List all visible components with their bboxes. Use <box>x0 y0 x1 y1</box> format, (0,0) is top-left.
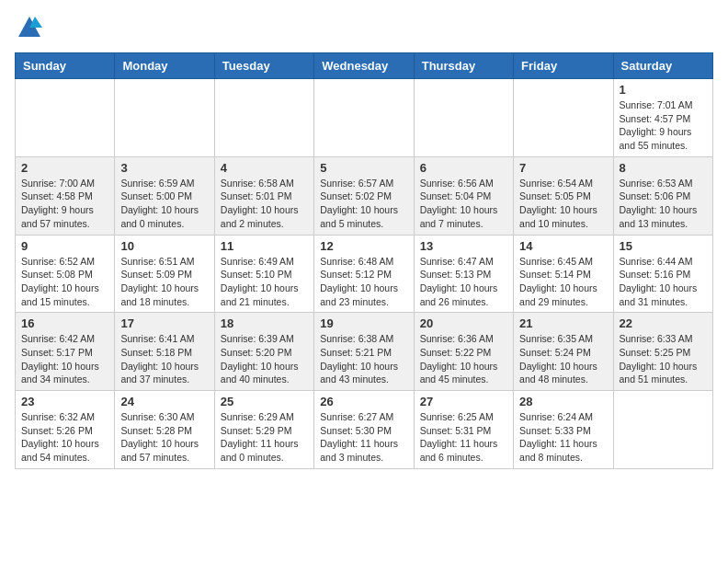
day-info: Sunrise: 6:38 AM Sunset: 5:21 PM Dayligh… <box>320 332 407 386</box>
day-number: 9 <box>21 239 108 253</box>
day-info: Sunrise: 6:32 AM Sunset: 5:26 PM Dayligh… <box>21 410 108 465</box>
day-info: Sunrise: 6:25 AM Sunset: 5:31 PM Dayligh… <box>420 410 507 465</box>
day-number: 8 <box>620 161 707 175</box>
day-info: Sunrise: 6:42 AM Sunset: 5:17 PM Dayligh… <box>21 332 108 386</box>
day-number: 17 <box>120 316 208 330</box>
day-number: 24 <box>120 395 208 408</box>
cell-w1-d1 <box>16 79 115 157</box>
cell-w5-d7 <box>613 391 712 469</box>
calendar-table: SundayMondayTuesdayWednesdayThursdayFrid… <box>15 52 713 469</box>
day-info: Sunrise: 6:47 AM Sunset: 5:13 PM Dayligh… <box>420 255 507 309</box>
cell-w5-d3: 25Sunrise: 6:29 AM Sunset: 5:29 PM Dayli… <box>214 391 313 469</box>
cell-w5-d5: 27Sunrise: 6:25 AM Sunset: 5:31 PM Dayli… <box>414 391 513 469</box>
day-number: 13 <box>420 239 507 253</box>
header-monday: Monday <box>115 53 214 79</box>
cell-w2-d5: 6Sunrise: 6:56 AM Sunset: 5:04 PM Daylig… <box>414 156 513 235</box>
cell-w1-d2 <box>115 79 214 157</box>
day-info: Sunrise: 6:58 AM Sunset: 5:01 PM Dayligh… <box>221 177 308 231</box>
cell-w4-d3: 18Sunrise: 6:39 AM Sunset: 5:20 PM Dayli… <box>214 313 313 391</box>
cell-w5-d1: 23Sunrise: 6:32 AM Sunset: 5:26 PM Dayli… <box>16 391 115 469</box>
day-info: Sunrise: 6:48 AM Sunset: 5:12 PM Dayligh… <box>320 255 407 309</box>
day-number: 12 <box>320 239 407 253</box>
day-number: 22 <box>620 316 707 330</box>
day-info: Sunrise: 6:24 AM Sunset: 5:33 PM Dayligh… <box>519 410 607 465</box>
header-tuesday: Tuesday <box>214 53 313 79</box>
day-number: 5 <box>320 161 407 175</box>
day-number: 2 <box>21 161 108 175</box>
logo-icon <box>17 15 42 40</box>
day-number: 3 <box>120 161 208 175</box>
week-row-5: 23Sunrise: 6:32 AM Sunset: 5:26 PM Dayli… <box>16 391 713 469</box>
cell-w2-d7: 8Sunrise: 6:53 AM Sunset: 5:06 PM Daylig… <box>613 156 712 235</box>
day-number: 7 <box>519 161 607 175</box>
header-sunday: Sunday <box>16 53 115 79</box>
day-info: Sunrise: 6:44 AM Sunset: 5:16 PM Dayligh… <box>620 255 707 309</box>
day-number: 28 <box>519 395 607 408</box>
cell-w1-d5 <box>414 79 513 157</box>
header-wednesday: Wednesday <box>314 53 414 79</box>
day-number: 26 <box>320 395 407 408</box>
day-number: 19 <box>320 316 407 330</box>
day-number: 15 <box>620 239 707 253</box>
day-number: 27 <box>420 395 507 408</box>
cell-w2-d3: 4Sunrise: 6:58 AM Sunset: 5:01 PM Daylig… <box>214 156 313 235</box>
header-thursday: Thursday <box>414 53 513 79</box>
cell-w3-d2: 10Sunrise: 6:51 AM Sunset: 5:09 PM Dayli… <box>115 235 214 313</box>
cell-w1-d7: 1Sunrise: 7:01 AM Sunset: 4:57 PM Daylig… <box>613 79 712 157</box>
cell-w4-d2: 17Sunrise: 6:41 AM Sunset: 5:18 PM Dayli… <box>115 313 214 391</box>
day-number: 16 <box>21 316 108 330</box>
day-info: Sunrise: 6:52 AM Sunset: 5:08 PM Dayligh… <box>21 255 108 309</box>
day-number: 10 <box>120 239 208 253</box>
cell-w2-d2: 3Sunrise: 6:59 AM Sunset: 5:00 PM Daylig… <box>115 156 214 235</box>
day-info: Sunrise: 6:35 AM Sunset: 5:24 PM Dayligh… <box>519 332 607 386</box>
week-row-3: 9Sunrise: 6:52 AM Sunset: 5:08 PM Daylig… <box>16 235 713 313</box>
cell-w3-d4: 12Sunrise: 6:48 AM Sunset: 5:12 PM Dayli… <box>314 235 414 313</box>
day-info: Sunrise: 6:41 AM Sunset: 5:18 PM Dayligh… <box>120 332 208 386</box>
week-row-1: 1Sunrise: 7:01 AM Sunset: 4:57 PM Daylig… <box>16 79 713 157</box>
day-number: 23 <box>21 395 108 408</box>
day-number: 21 <box>519 316 607 330</box>
cell-w5-d4: 26Sunrise: 6:27 AM Sunset: 5:30 PM Dayli… <box>314 391 414 469</box>
cell-w1-d4 <box>314 79 414 157</box>
page-header <box>15 15 713 45</box>
day-info: Sunrise: 6:29 AM Sunset: 5:29 PM Dayligh… <box>221 410 308 465</box>
day-number: 25 <box>221 395 308 408</box>
day-info: Sunrise: 6:33 AM Sunset: 5:25 PM Dayligh… <box>620 332 707 386</box>
cell-w3-d7: 15Sunrise: 6:44 AM Sunset: 5:16 PM Dayli… <box>613 235 712 313</box>
day-info: Sunrise: 6:59 AM Sunset: 5:00 PM Dayligh… <box>120 177 208 231</box>
week-row-4: 16Sunrise: 6:42 AM Sunset: 5:17 PM Dayli… <box>16 313 713 391</box>
header-friday: Friday <box>514 53 613 79</box>
day-info: Sunrise: 6:36 AM Sunset: 5:22 PM Dayligh… <box>420 332 507 386</box>
week-row-2: 2Sunrise: 7:00 AM Sunset: 4:58 PM Daylig… <box>16 156 713 235</box>
cell-w3-d1: 9Sunrise: 6:52 AM Sunset: 5:08 PM Daylig… <box>16 235 115 313</box>
cell-w2-d4: 5Sunrise: 6:57 AM Sunset: 5:02 PM Daylig… <box>314 156 414 235</box>
cell-w1-d3 <box>214 79 313 157</box>
cell-w2-d6: 7Sunrise: 6:54 AM Sunset: 5:05 PM Daylig… <box>514 156 613 235</box>
day-number: 11 <box>221 239 308 253</box>
day-info: Sunrise: 6:51 AM Sunset: 5:09 PM Dayligh… <box>120 255 208 309</box>
cell-w1-d6 <box>514 79 613 157</box>
cell-w4-d1: 16Sunrise: 6:42 AM Sunset: 5:17 PM Dayli… <box>16 313 115 391</box>
day-info: Sunrise: 6:39 AM Sunset: 5:20 PM Dayligh… <box>221 332 308 386</box>
header-saturday: Saturday <box>613 53 712 79</box>
day-info: Sunrise: 6:49 AM Sunset: 5:10 PM Dayligh… <box>221 255 308 309</box>
day-number: 20 <box>420 316 507 330</box>
cell-w4-d5: 20Sunrise: 6:36 AM Sunset: 5:22 PM Dayli… <box>414 313 513 391</box>
cell-w3-d5: 13Sunrise: 6:47 AM Sunset: 5:13 PM Dayli… <box>414 235 513 313</box>
day-info: Sunrise: 6:30 AM Sunset: 5:28 PM Dayligh… <box>120 410 208 465</box>
cell-w3-d3: 11Sunrise: 6:49 AM Sunset: 5:10 PM Dayli… <box>214 235 313 313</box>
day-info: Sunrise: 6:53 AM Sunset: 5:06 PM Dayligh… <box>620 177 707 231</box>
day-number: 18 <box>221 316 308 330</box>
day-info: Sunrise: 7:01 AM Sunset: 4:57 PM Dayligh… <box>620 98 707 153</box>
cell-w4-d4: 19Sunrise: 6:38 AM Sunset: 5:21 PM Dayli… <box>314 313 414 391</box>
day-number: 1 <box>620 83 707 97</box>
day-number: 4 <box>221 161 308 175</box>
logo <box>15 15 42 45</box>
cell-w2-d1: 2Sunrise: 7:00 AM Sunset: 4:58 PM Daylig… <box>16 156 115 235</box>
calendar-header-row: SundayMondayTuesdayWednesdayThursdayFrid… <box>16 53 713 79</box>
cell-w4-d7: 22Sunrise: 6:33 AM Sunset: 5:25 PM Dayli… <box>613 313 712 391</box>
day-info: Sunrise: 6:57 AM Sunset: 5:02 PM Dayligh… <box>320 177 407 231</box>
cell-w5-d6: 28Sunrise: 6:24 AM Sunset: 5:33 PM Dayli… <box>514 391 613 469</box>
day-number: 14 <box>519 239 607 253</box>
day-info: Sunrise: 7:00 AM Sunset: 4:58 PM Dayligh… <box>21 177 108 231</box>
